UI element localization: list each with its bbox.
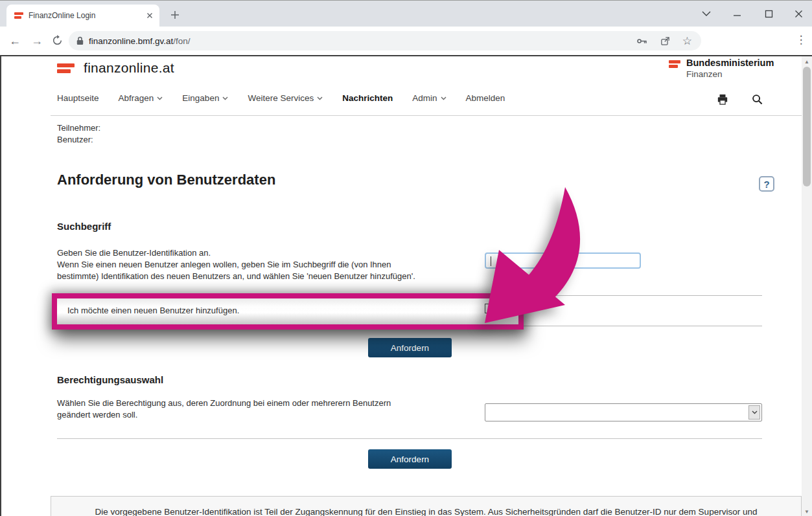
berechtigung-description: Wählen Sie die Berechtigung aus, deren Z… (57, 398, 391, 421)
berechtigung-heading: Berechtigungsauswahl (57, 374, 163, 385)
print-icon[interactable] (717, 94, 728, 105)
finanzonline-favicon-icon (14, 12, 23, 19)
browser-window: FinanzOnline Login ← → (0, 0, 812, 516)
chevron-down-icon (317, 96, 323, 100)
url-domain: finanzonline.bmf.gv.at (89, 36, 173, 46)
row-divider (57, 438, 762, 439)
search-icon[interactable] (752, 94, 763, 105)
suchbegriff-heading: Suchbegriff (57, 221, 111, 232)
footer-note-box: Die vorgegebene Benutzer-Identifikation … (51, 496, 802, 516)
austria-flag-icon (57, 63, 75, 73)
help-button[interactable]: ? (759, 176, 774, 192)
bookmark-star-icon[interactable]: ☆ (682, 36, 692, 47)
annotation-highlight-box: Ich möchte einen neuen Benutzer hinzufüg… (52, 293, 524, 330)
anfordern-button-berechtigung[interactable]: Anfordern (368, 449, 452, 469)
nav-item-weitere-services[interactable]: Weitere Services (248, 93, 323, 103)
tab-strip: FinanzOnline Login (0, 1, 812, 27)
scrollbar-thumb[interactable] (803, 67, 811, 186)
nav-item-admin[interactable]: Admin (412, 93, 446, 103)
nav-divider (51, 115, 802, 116)
back-button[interactable]: ← (9, 34, 21, 48)
window-left-edge (0, 56, 1, 516)
url-toolbar: ← → finanzonline.bmf.gv.at/fon/ ☆ ⋮ (0, 27, 812, 55)
page-scrollbar[interactable]: ▲ ▼ (802, 56, 812, 516)
tab-title: FinanzOnline Login (29, 11, 145, 20)
text-cursor (491, 256, 491, 266)
password-key-icon[interactable] (636, 35, 648, 47)
share-icon[interactable] (660, 36, 671, 47)
ministry-name: Bundesministerium (686, 58, 774, 68)
forward-button[interactable]: → (31, 34, 43, 48)
suchbegriff-input[interactable] (485, 252, 641, 269)
footer-note-text: Die vorgegebene Benutzer-Identifikation … (51, 507, 801, 516)
nav-item-abmelden[interactable]: Abmelden (466, 93, 505, 103)
ministry-department: Finanzen (686, 69, 774, 79)
url-path: /fon/ (173, 36, 190, 46)
suchbegriff-description: Geben Sie die Benutzer-Identifikation an… (57, 247, 415, 282)
new-tab-button[interactable] (167, 7, 183, 23)
scroll-down-icon[interactable]: ▼ (802, 506, 812, 516)
new-user-checkbox-label: Ich möchte einen neuen Benutzer hinzufüg… (67, 306, 239, 315)
ministry-logo: Bundesministerium Finanzen (669, 58, 774, 79)
lock-icon (76, 36, 84, 45)
nav-item-abfragen[interactable]: Abfragen (119, 93, 163, 103)
chevron-down-icon (157, 96, 163, 100)
page-title: Anforderung von Benutzerdaten (57, 172, 275, 188)
address-bar[interactable]: finanzonline.bmf.gv.at/fon/ ☆ (69, 31, 701, 50)
page-content: finanzonline.at Bundesministerium Finanz… (0, 56, 812, 516)
session-info: Teilnehmer: Benutzer: (57, 122, 109, 146)
nav-item-eingaben[interactable]: Eingaben (182, 93, 228, 103)
tab-close-icon[interactable] (145, 11, 154, 20)
reload-button[interactable] (52, 35, 63, 46)
tab-search-chevron-icon[interactable] (697, 6, 716, 21)
scroll-up-icon[interactable]: ▲ (802, 56, 812, 67)
select-chevron-icon[interactable] (748, 405, 760, 420)
permission-select[interactable] (485, 403, 762, 421)
maximize-button[interactable] (759, 6, 778, 21)
browser-tab[interactable]: FinanzOnline Login (6, 5, 159, 27)
site-logo-text: finanzonline.at (84, 60, 174, 76)
nav-item-nachrichten[interactable]: Nachrichten (342, 93, 393, 103)
teilnehmer-label: Teilnehmer: (57, 122, 109, 134)
chevron-down-icon (222, 96, 228, 100)
site-logo[interactable]: finanzonline.at (57, 60, 174, 76)
benutzer-label: Benutzer: (57, 134, 109, 146)
anfordern-button-suchbegriff[interactable]: Anfordern (368, 338, 452, 357)
austria-flag-icon (669, 60, 680, 79)
chevron-down-icon (441, 96, 447, 100)
new-user-checkbox[interactable] (485, 304, 494, 313)
nav-item-hauptseite[interactable]: Hauptseite (57, 93, 99, 103)
browser-menu-icon[interactable]: ⋮ (795, 33, 807, 47)
main-navigation: Hauptseite Abfragen Eingaben Weitere Ser… (57, 93, 505, 103)
close-button[interactable] (789, 6, 808, 21)
minimize-button[interactable] (727, 6, 747, 21)
